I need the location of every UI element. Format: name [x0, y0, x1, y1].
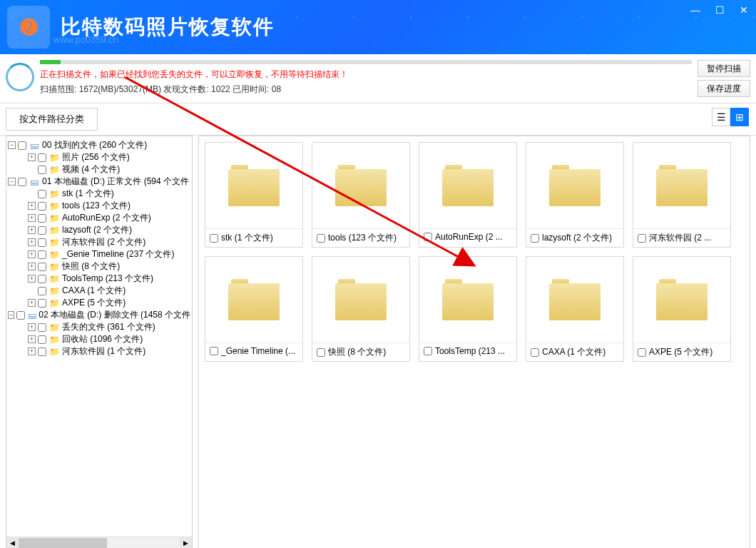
progress-bar	[40, 60, 692, 64]
expand-icon[interactable]: +	[28, 347, 36, 355]
tree-checkbox[interactable]	[38, 347, 46, 356]
tree-item[interactable]: +📁_Genie Timeline (237 个文件)	[8, 248, 190, 260]
tree-checkbox[interactable]	[38, 250, 46, 259]
tree-label: 照片 (256 个文件)	[62, 151, 130, 163]
tree-item[interactable]: +📁照片 (256 个文件)	[8, 151, 190, 163]
tree-item[interactable]: 📁stk (1 个文件)	[8, 188, 190, 200]
folder-checkbox[interactable]	[424, 233, 432, 241]
tree-item[interactable]: +📁AXPE (5 个文件)	[8, 297, 190, 309]
tree-checkbox[interactable]	[38, 226, 46, 235]
folder-card[interactable]: stk (1 个文件)	[205, 142, 303, 248]
expand-icon[interactable]: +	[28, 153, 36, 161]
tree-checkbox[interactable]	[38, 238, 46, 247]
tree-item[interactable]: +📁ToolsTemp (213 个文件)	[8, 273, 190, 285]
tree-item[interactable]: +📁AutoRunExp (2 个文件)	[8, 212, 190, 224]
tree-checkbox[interactable]	[38, 263, 46, 271]
tree-item[interactable]: +📁lazysoft (2 个文件)	[8, 224, 190, 236]
expand-icon[interactable]: +	[28, 263, 36, 270]
tree-checkbox[interactable]	[16, 311, 25, 320]
maximize-button[interactable]: ☐	[708, 0, 732, 20]
filter-row: 按文件路径分类 ☰ ⊞	[0, 103, 756, 136]
folder-icon	[656, 165, 708, 206]
folder-icon: 📁	[48, 298, 60, 308]
expand-icon[interactable]: −	[8, 141, 16, 149]
tree-panel[interactable]: −🖴00 找到的文件 (260 个文件)+📁照片 (256 个文件)📁视频 (4…	[6, 136, 193, 548]
tree-item[interactable]: +📁回收站 (1096 个文件)	[8, 333, 190, 345]
close-button[interactable]: ✕	[732, 0, 756, 20]
grid-panel[interactable]: stk (1 个文件)tools (123 个文件)AutoRunExp (2 …	[198, 136, 750, 548]
tree-checkbox[interactable]	[38, 190, 46, 198]
tree-hscrollbar[interactable]: ◀▶	[6, 537, 192, 548]
expand-icon[interactable]: −	[8, 178, 16, 186]
tree-item[interactable]: −🖴00 找到的文件 (260 个文件)	[8, 139, 190, 151]
expand-icon[interactable]: −	[8, 311, 14, 319]
expand-icon[interactable]: +	[28, 238, 36, 246]
folder-checkbox[interactable]	[424, 347, 432, 355]
folder-checkbox[interactable]	[531, 348, 539, 357]
folder-card[interactable]: lazysoft (2 个文件)	[526, 142, 624, 248]
tree-checkbox[interactable]	[38, 287, 46, 295]
tree-item[interactable]: +📁丢失的文件 (361 个文件)	[8, 321, 190, 333]
expand-icon[interactable]: +	[28, 214, 36, 222]
folder-thumbnail	[526, 257, 623, 342]
tree-checkbox[interactable]	[38, 202, 46, 210]
title-bar: ➋ 比特数码照片恢复软件 www.pc0359.cn — ☐ ✕	[0, 0, 756, 54]
folder-icon	[442, 165, 494, 206]
expand-icon[interactable]: +	[28, 202, 36, 210]
tree-checkbox[interactable]	[38, 166, 46, 174]
tree-item[interactable]: +📁tools (123 个文件)	[8, 200, 190, 212]
folder-label: lazysoft (2 个文件)	[542, 232, 619, 244]
filter-tab-path[interactable]: 按文件路径分类	[6, 108, 98, 131]
folder-card[interactable]: CAXA (1 个文件)	[526, 256, 624, 362]
expand-icon[interactable]: +	[28, 299, 36, 307]
tree-item[interactable]: +📁快照 (8 个文件)	[8, 260, 190, 273]
tree-checkbox[interactable]	[18, 141, 26, 150]
folder-card[interactable]: ToolsTemp (213 ...	[419, 256, 517, 362]
expand-icon[interactable]: +	[28, 275, 36, 283]
tree-label: 视频 (4 个文件)	[62, 163, 120, 176]
tree-checkbox[interactable]	[38, 214, 46, 223]
folder-checkbox[interactable]	[638, 348, 646, 357]
folder-icon: 📁	[48, 250, 60, 260]
folder-card[interactable]: 河东软件园 (2 ...	[633, 142, 731, 248]
scroll-left-icon[interactable]: ◀	[6, 537, 19, 549]
folder-card[interactable]: tools (123 个文件)	[312, 142, 410, 248]
pause-scan-button[interactable]: 暂停扫描	[698, 60, 750, 77]
expand-icon[interactable]: +	[28, 250, 36, 258]
folder-checkbox[interactable]	[317, 348, 325, 357]
folder-card[interactable]: 快照 (8 个文件)	[312, 256, 410, 362]
tree-label: 河东软件园 (1 个文件)	[62, 345, 145, 357]
scroll-right-icon[interactable]: ▶	[180, 537, 192, 549]
folder-checkbox[interactable]	[531, 234, 539, 243]
tree-item[interactable]: −🖴01 本地磁盘 (D:) 正常文件 (594 个文件	[8, 176, 190, 188]
save-progress-button[interactable]: 保存进度	[698, 80, 750, 97]
tree-checkbox[interactable]	[18, 178, 26, 186]
minimize-button[interactable]: —	[683, 0, 708, 20]
tree-item[interactable]: −🖴02 本地磁盘 (D:) 删除文件 (1458 个文件	[8, 309, 190, 321]
folder-icon: 📁	[48, 262, 60, 272]
tree-checkbox[interactable]	[38, 299, 46, 308]
view-grid-button[interactable]: ⊞	[730, 108, 749, 126]
tree-checkbox[interactable]	[38, 323, 46, 332]
folder-checkbox[interactable]	[210, 234, 218, 243]
folder-card[interactable]: _Genie Timeline (...	[205, 256, 303, 362]
tree-item[interactable]: 📁视频 (4 个文件)	[8, 163, 190, 176]
tree-checkbox[interactable]	[38, 335, 46, 344]
tree-checkbox[interactable]	[38, 275, 46, 283]
folder-checkbox[interactable]	[210, 347, 218, 355]
folder-card[interactable]: AXPE (5 个文件)	[633, 256, 731, 362]
folder-icon: 📁	[48, 286, 60, 296]
folder-checkbox[interactable]	[317, 234, 325, 243]
tree-checkbox[interactable]	[38, 153, 46, 162]
folder-checkbox[interactable]	[638, 234, 646, 243]
expand-icon[interactable]: +	[28, 335, 36, 343]
tree-item[interactable]: 📁CAXA (1 个文件)	[8, 285, 190, 297]
view-list-button[interactable]: ☰	[712, 108, 730, 126]
tree-item[interactable]: +📁河东软件园 (1 个文件)	[8, 345, 190, 357]
expand-icon[interactable]: +	[28, 226, 36, 234]
expand-icon[interactable]: +	[28, 323, 36, 331]
tree-item[interactable]: +📁河东软件园 (2 个文件)	[8, 236, 190, 248]
tree-label: AutoRunExp (2 个文件)	[62, 212, 151, 224]
folder-card[interactable]: AutoRunExp (2 ...	[419, 142, 517, 248]
folder-icon: 📁	[48, 274, 60, 284]
